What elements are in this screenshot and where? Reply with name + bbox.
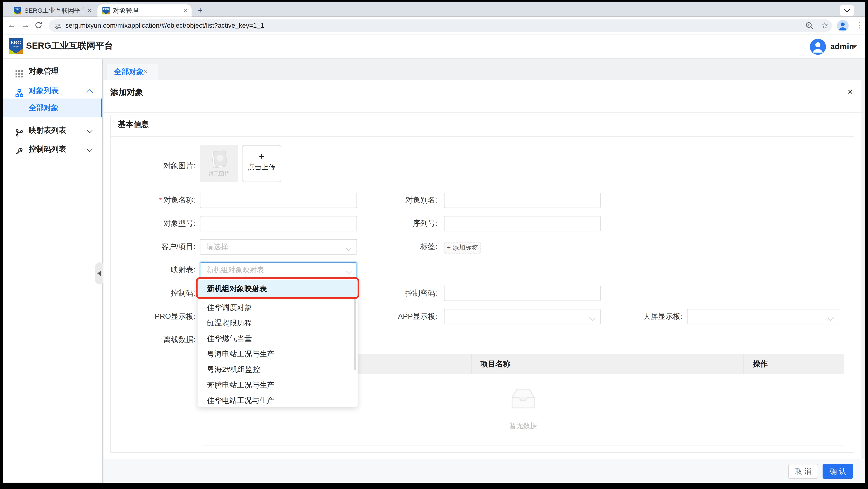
dropdown-option[interactable]: 缸温超限历程 [198,315,358,331]
browser-tab-1[interactable]: ERG SERG工业互联网平台 × [9,4,95,17]
screen: ERG SERG工业互联网平台 × ERG 对象管理 × + ← → serg.… [0,0,868,489]
mapping-table-label: 映射表: [97,263,195,278]
no-image-text: 暂无图片 [200,171,238,178]
object-model-label: 对象型号: [97,216,195,231]
chevron-down-icon [828,314,834,320]
chevron-down-icon [87,146,93,152]
erg-favicon: ERG [102,7,110,14]
control-password-input[interactable] [444,286,601,301]
serial-number-input[interactable] [444,216,601,231]
selected-indicator-bar [101,98,102,117]
select-placeholder: 新机组对象映射表 [207,266,264,274]
tab-close-icon[interactable]: × [184,6,188,14]
workspace-tab-all-objects[interactable]: 全部对象 × [107,64,158,80]
sidebar-item-label: 全部对象 [29,103,59,113]
sitemap-icon [16,87,23,95]
erg-logo: ERG Sample [9,38,23,54]
confirm-button[interactable]: 确 认 [823,464,853,479]
image-placeholder: ! 暂无图片 [200,145,238,182]
upload-button[interactable]: + 点击上传 [242,145,281,182]
empty-text: 暂无数据 [202,421,844,431]
browser-menu-icon[interactable]: ⋮ [855,21,863,29]
erg-favicon: ERG [14,7,21,14]
tab-search-button[interactable] [840,5,854,16]
url-text[interactable]: serg.mixyun.com/mixapplication/#/object/… [65,22,264,29]
big-screen-board-label: 大屏显示板: [603,309,683,324]
chevron-down-icon [345,268,351,274]
control-code-label: 控制码: [97,286,195,301]
object-alias-input[interactable] [444,192,601,208]
app-header [3,34,865,59]
plus-icon: + [243,151,281,162]
drawer-title: 添加对象 [110,88,143,98]
customer-project-label: 客户/项目: [97,239,195,254]
sidebar-item-label: 控制码列表 [29,142,66,157]
object-image-label: 对象图片: [97,158,195,174]
browser-tab-title: 对象管理 [113,6,180,14]
workspace-tab-close-icon[interactable]: × [143,67,147,75]
sidebar: 对象管理 对象列表 全部对象 映射表列表 控制码列表 [3,59,102,483]
dropdown-option[interactable]: 粤海电站工况与生产 [198,346,358,362]
select-placeholder: 请选择 [207,243,228,251]
dropdown-option[interactable]: 佳华电站工况与生产 [198,393,358,408]
dropdown-option[interactable]: 佳华燃气当量 [198,331,358,346]
workspace-tab-label: 全部对象 [114,67,144,77]
customer-project-select[interactable]: 请选择 [200,239,357,254]
grid-icon [16,67,23,75]
sidebar-item-label: 映射表列表 [29,123,66,138]
object-alias-label: 对象别名: [343,192,437,208]
app-board-select[interactable] [444,309,601,324]
browser-tabstrip: ERG SERG工业互联网平台 × ERG 对象管理 × + [3,2,865,17]
serial-number-label: 序列号: [343,216,437,231]
sidebar-item-all-objects-selected[interactable]: 全部对象 [3,98,101,117]
browser-tab-title: SERG工业互联网平台 [24,6,84,14]
tab-close-icon[interactable]: × [88,6,91,14]
sidebar-item-label: 对象列表 [29,83,59,98]
dropdown-option[interactable]: 粤海2#机组监控 [198,362,358,377]
zoom-icon[interactable] [805,22,814,32]
dropdown-option[interactable]: 佳华调度对象 [198,300,358,315]
reload-icon[interactable] [34,21,42,31]
offline-data-label: 离线数据: [97,332,195,347]
drawer-close-icon[interactable]: × [847,87,852,97]
chevron-up-icon [87,89,93,96]
pro-board-label: PRO显示板: [97,309,195,324]
sidebar-item-label: 对象管理 [29,64,59,79]
required-mark: * [159,196,162,204]
drawer-header-divider [103,112,865,113]
browser-profile-avatar[interactable] [837,20,848,31]
sidebar-item-control-code-list[interactable]: 控制码列表 [3,142,102,157]
object-model-input[interactable] [200,216,357,231]
add-tag-button[interactable]: + 添加标签 [444,242,481,253]
upload-text: 点击上传 [243,163,281,172]
object-name-input[interactable] [200,192,357,208]
big-screen-board-select[interactable] [687,309,839,324]
table-header-project: 项目名称 [471,354,743,374]
drawer-scrollbar[interactable] [862,80,865,459]
annotation-highlight-ring [196,277,359,299]
user-avatar[interactable] [810,39,826,55]
table-header-action: 操作 [743,354,844,374]
back-icon[interactable]: ← [8,21,16,29]
username[interactable]: admin [830,42,854,51]
chevron-down-icon [87,127,93,133]
browser-tab-2-active[interactable]: ERG 对象管理 × [97,4,192,17]
dropdown-scrollbar-thumb[interactable] [354,297,356,370]
section-title: 基本信息 [118,119,149,129]
user-caret-down-icon[interactable] [852,45,857,48]
app-title: SERG工业互联网平台 [26,40,113,52]
chevron-down-icon [844,6,850,13]
tag-label: 标签: [343,239,437,254]
bookmark-star-icon[interactable]: ☆ [821,21,828,30]
dropdown-option[interactable]: 奔腾电站工况与生产 [198,377,358,393]
chevron-down-icon [589,314,595,320]
site-settings-icon[interactable] [54,22,62,32]
mapping-table-select[interactable]: 新机组对象映射表 [200,263,357,278]
sidebar-item-object-management[interactable]: 对象管理 [3,64,102,79]
new-tab-icon[interactable]: + [198,5,203,16]
sidebar-item-mapping-list[interactable]: 映射表列表 [3,123,102,138]
sidebar-item-object-list[interactable]: 对象列表 [3,83,102,98]
cancel-button[interactable]: 取 消 [788,464,818,479]
section-divider [111,136,854,137]
forward-icon[interactable]: → [22,21,29,29]
